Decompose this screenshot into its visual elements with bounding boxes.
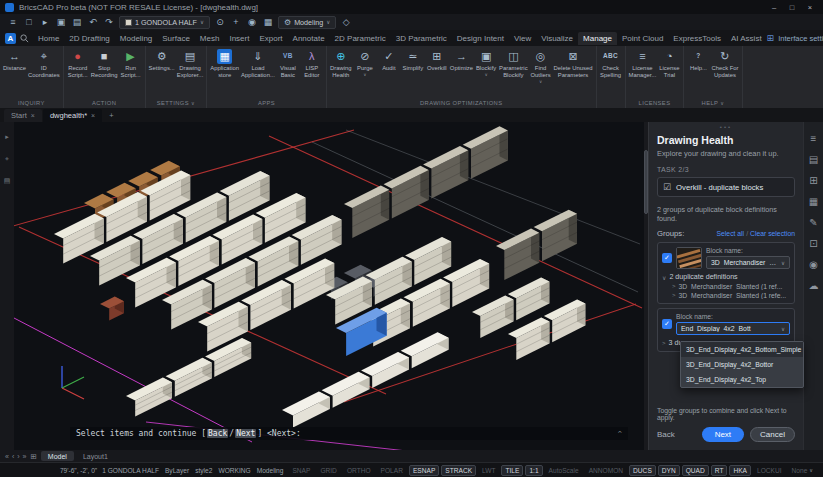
distance-tool[interactable]: ↔Distance (2, 46, 27, 97)
find-outliers-tool[interactable]: ◎Find Outliers∨ (529, 46, 553, 97)
status-toggle-ortho[interactable]: ORTHO (343, 465, 375, 476)
target-icon[interactable]: ◉ (245, 16, 259, 29)
status-toggle-lockui[interactable]: LOCKUI (753, 465, 786, 476)
interface-settings-button[interactable]: ⊞ Interface settings (767, 33, 823, 43)
status-toggle-esnap[interactable]: ESNAP (409, 465, 439, 476)
select-all-link[interactable]: Select all (717, 230, 745, 237)
status-toggle-1-1[interactable]: 1:1 (525, 465, 542, 476)
cloud-panel-icon[interactable]: ☁ (807, 279, 821, 292)
status-toggle-none[interactable]: None∨ (788, 465, 817, 476)
status-toggle-autoscale[interactable]: AutoScale (545, 465, 583, 476)
status-toggle-grid[interactable]: GRID (316, 465, 340, 476)
audit-tool[interactable]: ✓Audit (377, 46, 401, 97)
close-button[interactable]: × (802, 1, 818, 13)
lisp-editor-tool[interactable]: λLISP Editor (300, 46, 324, 97)
group-1-expand-row[interactable]: ∨ 2 duplicate definitions (662, 273, 790, 281)
help-tool[interactable]: ?Help... (686, 46, 710, 97)
ribbon-tab-visualize[interactable]: Visualize (536, 32, 578, 45)
status-toggle-annomon[interactable]: ANNOMON (585, 465, 627, 476)
chevron-up-icon[interactable]: ^ (618, 430, 622, 438)
minimize-button[interactable]: – (766, 1, 782, 13)
license-manager-tool[interactable]: ≡License Manager... (628, 46, 658, 97)
blocks-panel-icon[interactable]: ▦ (807, 195, 821, 208)
dropdown-option-3d-end-display-4x2-bottom-simple[interactable]: 3D_End_Display_4x2_Bottom_Simple (681, 342, 803, 357)
layers-tool-icon[interactable]: ▤ (0, 174, 14, 187)
application-store-tool[interactable]: ▦Application store (209, 46, 240, 97)
ribbon-tab-point-cloud[interactable]: Point Cloud (617, 32, 668, 45)
duplicate-definition-row[interactable]: >3D_Merchandiser_Slanted (1 ref... (672, 283, 790, 290)
purge-tool[interactable]: ⊘Purge∨ (353, 46, 377, 97)
check-spelling-tool[interactable]: ABCCheck Spelling (599, 46, 623, 97)
close-tab-icon[interactable]: × (91, 112, 95, 119)
optimize-tool[interactable]: →Optimize (449, 46, 474, 97)
status-field-bylayer[interactable]: ByLayer (165, 467, 189, 474)
first-tab-icon[interactable]: « (5, 453, 9, 460)
ribbon-tab-surface[interactable]: Surface (157, 32, 195, 45)
status-toggle-dyn[interactable]: DYN (658, 465, 680, 476)
status-toggle-snap[interactable]: SNAP (288, 465, 314, 476)
status-toggle-polar[interactable]: POLAR (377, 465, 407, 476)
ribbon-tab-modeling[interactable]: Modeling (115, 32, 157, 45)
status-field-working[interactable]: WORKING (218, 467, 250, 474)
status-toggle-ducs[interactable]: DUCS (629, 465, 656, 476)
last-tab-icon[interactable]: » (23, 453, 27, 460)
sheets-panel-icon[interactable]: ⊡ (807, 237, 821, 250)
workspace-dropdown[interactable]: ⚙ Modeling ∨ (278, 16, 336, 29)
ribbon-tab-2d-parametric[interactable]: 2D Parametric (330, 32, 391, 45)
simplify-tool[interactable]: ≃Simplify (401, 46, 425, 97)
ribbon-tab-annotate[interactable]: Annotate (288, 32, 330, 45)
viewport-canvas[interactable] (14, 122, 644, 450)
maximize-button[interactable]: □ (784, 1, 800, 13)
command-option-back[interactable]: Back (207, 429, 228, 438)
id-coordinates-tool[interactable]: ⌖ID Coordinates (27, 46, 61, 97)
check-for-updates-tool[interactable]: ↻Check For Updates (710, 46, 739, 97)
lock-icon[interactable]: ⊙ (213, 16, 227, 29)
group-2-block-dropdown[interactable]: End_Display_4x2_Bott ∨ (676, 322, 790, 335)
panels-menu-icon[interactable]: ≡ (807, 132, 821, 145)
clear-selection-link[interactable]: Clear selection (750, 230, 795, 237)
print-icon[interactable]: ▤ (70, 16, 84, 29)
new-file-icon[interactable]: □ (22, 16, 36, 29)
search-icon[interactable] (20, 34, 29, 43)
cancel-button[interactable]: Cancel (750, 427, 795, 442)
status-toggle-tile[interactable]: TILE (501, 465, 523, 476)
settings-tool[interactable]: ⚙Settings... (148, 46, 176, 97)
ribbon-tab-view[interactable]: View (509, 32, 536, 45)
layout-grid-icon[interactable]: ⊞ (31, 452, 37, 461)
render-panel-icon[interactable]: ◉ (807, 258, 821, 271)
ribbon-tab-2d-drafting[interactable]: 2D Drafting (64, 32, 114, 45)
undo-icon[interactable]: ↶ (86, 16, 100, 29)
close-tab-icon[interactable]: × (31, 112, 35, 119)
bricscad-logo-icon[interactable]: A (5, 33, 16, 44)
group-1-checkbox[interactable]: ✓ (662, 253, 672, 263)
doc-tab-dwghealth[interactable]: dwghealth*× (43, 109, 102, 122)
ribbon-tab-ai-assist[interactable]: AI Assist (726, 32, 767, 45)
load-application-tool[interactable]: ⇓Load Application... (240, 46, 276, 97)
dropdown-option-3d-end-display-4x2-bottor[interactable]: 3D_End_Display_4x2_Bottor (681, 357, 803, 372)
save-icon[interactable]: ▣ (54, 16, 68, 29)
status-toggle-quad[interactable]: QUAD (682, 465, 709, 476)
snap-marker-icon[interactable]: + (229, 16, 243, 29)
menu-icon[interactable]: ≡ (6, 16, 20, 29)
status-toggle-rt[interactable]: RT (711, 465, 728, 476)
next-tab-icon[interactable]: › (17, 453, 19, 460)
ribbon-tab-design-intent[interactable]: Design Intent (452, 32, 509, 45)
overkill-tool[interactable]: ⊞Overkill (425, 46, 449, 97)
status-field-1-gondola-half[interactable]: 1 GONDOLA HALF (102, 467, 159, 474)
delete-unused-parameters-tool[interactable]: ⊠Delete Unused Parameters (553, 46, 594, 97)
status-toggle-strack[interactable]: STRACK (441, 465, 476, 476)
status-toggle-lwt[interactable]: LWT (478, 465, 499, 476)
duplicate-definition-row[interactable]: >3D_Merchandiser_Slanted (1 refe... (672, 292, 790, 299)
model-viewport[interactable]: Select items and continue [Back/Next] <N… (14, 122, 644, 450)
drawing-health-tool[interactable]: ⊕Drawing Health (329, 46, 353, 97)
open-file-icon[interactable]: ▸ (38, 16, 52, 29)
ribbon-tab-mesh[interactable]: Mesh (195, 32, 225, 45)
pointer-tool-icon[interactable]: ▸ (0, 130, 14, 143)
ribbon-tab-insert[interactable]: Insert (224, 32, 254, 45)
status-field-style2[interactable]: style2 (195, 467, 212, 474)
next-button[interactable]: Next (702, 427, 744, 442)
command-line[interactable]: Select items and continue [Back/Next] <N… (70, 427, 628, 440)
ribbon-tab-home[interactable]: Home (33, 32, 64, 45)
prev-tab-icon[interactable]: ‹ (12, 453, 14, 460)
visual-basic-tool[interactable]: VBVisual Basic (276, 46, 300, 97)
